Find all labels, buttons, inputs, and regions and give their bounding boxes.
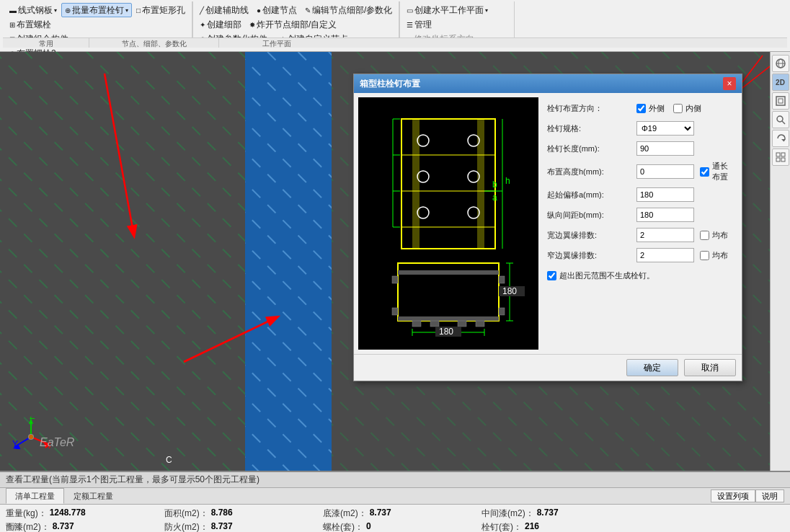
svg-rect-68 (776, 97, 785, 105)
btn-set-columns[interactable]: 设置列项 (711, 489, 755, 502)
form-row-length: 栓钉长度(mm): (547, 141, 734, 156)
tb-create-workplane[interactable]: ▭ 创建水平工作平面 ▾ (403, 3, 492, 17)
dialog-close-button[interactable]: × (723, 77, 736, 90)
svg-rect-47 (392, 308, 398, 315)
label-height: 布置高度h(mm): (547, 167, 634, 177)
svg-rect-49 (499, 308, 505, 315)
dialog-cancel-button[interactable]: 取消 (684, 359, 736, 376)
input-narrow-rows[interactable] (636, 248, 694, 262)
label-spacing-b: 纵向间距b(mm): (547, 210, 634, 221)
checkbox-full-length[interactable] (700, 167, 709, 177)
tb-create-detail[interactable]: ✦ 创建细部 (196, 17, 245, 32)
select-spec[interactable]: Φ19 Φ16 Φ22 (636, 121, 694, 136)
sidebar-icon-2d[interactable]: 2D (772, 74, 789, 91)
label-uniform-wide: 均布 (712, 230, 728, 241)
canvas-container[interactable]: Z Y X C EaTeR 箱型柱栓钉布置 × (0, 52, 770, 471)
toolbar-group-node-btns: ╱ 创建辅助线 ● 创建节点 ✎ 编辑节点细部/参数化 (196, 3, 396, 17)
sidebar-icon-rotate[interactable] (772, 130, 789, 147)
group-label-1: 常用 (3, 38, 89, 48)
bottom-data: 重量(kg)： 1248.778 面积(m2)： 8.786 底漆(m2)： 8… (0, 505, 790, 532)
sidebar-icon-zoom[interactable] (772, 111, 789, 128)
right-sidebar: 2D (770, 52, 790, 471)
frame-icon (776, 96, 786, 106)
input-height[interactable] (636, 164, 694, 179)
svg-text:Z: Z (30, 417, 35, 421)
sidebar-icon-grid[interactable] (772, 148, 789, 166)
tb-aux-line[interactable]: ╱ 创建辅助线 (196, 3, 252, 17)
checkbox-exceed[interactable] (547, 271, 556, 280)
tab-bill-qty[interactable]: 清单工程量 (6, 488, 64, 504)
preview-svg: h b a 180 (358, 97, 538, 350)
label-direction: 栓钉布置方向： (547, 103, 634, 114)
label-primer: 底漆(m2)： (323, 507, 367, 520)
svg-rect-3 (245, 52, 332, 471)
data-cell-bolts: 螺栓(套)： 0 (323, 520, 481, 532)
label-exceed: 超出图元范围不生成栓钉。 (559, 270, 654, 281)
checkbox-outside[interactable] (636, 104, 646, 113)
tb-manage[interactable]: ☰ 管理 (403, 17, 435, 32)
data-cell-mid-coat: 中间漆(m2)： 8.737 (481, 507, 640, 520)
tb-btn-lineboard[interactable]: ▬ 线式钢板 ▾ (6, 3, 61, 17)
zoom-icon (776, 115, 786, 125)
tb-explode-node[interactable]: ✸ 炸开节点细部/自定义 (246, 17, 340, 32)
svg-text:a: a (492, 192, 497, 203)
checkbox-inside[interactable] (673, 104, 683, 113)
toolbar: ▬ 线式钢板 ▾ ⊕ 批量布置栓钉 ▾ □ 布置矩形孔 ⊞ 布置螺栓 (0, 0, 790, 52)
label-length: 栓钉长度(mm): (547, 143, 634, 154)
checkbox-uniform-narrow[interactable] (700, 251, 709, 260)
sidebar-icon-frame[interactable] (772, 92, 789, 110)
input-length[interactable] (636, 141, 694, 156)
label-fireproof: 防火(m2)： (164, 521, 208, 532)
svg-point-33 (468, 207, 479, 218)
svg-rect-43 (430, 321, 439, 327)
toolbar-group-node: ╱ 创建辅助线 ● 创建节点 ✎ 编辑节点细部/参数化 ✦ 创建细部 (192, 1, 399, 37)
svg-rect-69 (778, 99, 783, 103)
input-wide-rows[interactable] (636, 228, 694, 242)
svg-rect-42 (412, 321, 421, 327)
input-offset-a[interactable] (636, 187, 694, 202)
btn-explain[interactable]: 说明 (755, 489, 784, 502)
tab-quota-qty[interactable]: 定额工程量 (64, 488, 123, 504)
tb-btn-rect-hole[interactable]: □ 布置矩形孔 (133, 3, 189, 17)
data-cell-studs: 栓钉(套)： 216 (481, 520, 640, 532)
label-bolts: 螺栓(套)： (323, 521, 363, 532)
form-row-offset-a: 起始偏移a(mm): (547, 187, 734, 203)
svg-point-28 (417, 135, 429, 146)
sidebar-icon-3d[interactable] (772, 55, 789, 72)
form-row-direction: 栓钉布置方向： 外侧 内侧 (547, 100, 734, 116)
label-inside: 内侧 (685, 103, 701, 114)
bottom-info-text: 查看工程量(当前显示1个图元工程量，最多可显示50个图元工程量) (6, 474, 259, 484)
coord-c-label: C (166, 455, 172, 465)
blue-strip-pattern (245, 52, 332, 471)
data-cell-fireproof: 防火(m2)： 8.737 (164, 520, 323, 532)
tb-edit-node[interactable]: ✎ 编辑节点细部/参数化 (301, 3, 396, 17)
dialog-confirm-button[interactable]: 确定 (626, 359, 678, 376)
label-wide-rows: 宽边翼缘排数: (547, 230, 634, 241)
form-row-spec: 栓钉规格: Φ19 Φ16 Φ22 (547, 120, 734, 136)
toolbar-group-node-btns2: ✦ 创建细部 ✸ 炸开节点细部/自定义 (196, 17, 396, 32)
tb-btn-bolt-place[interactable]: ⊕ 批量布置栓钉 ▾ (61, 3, 132, 17)
label-studs: 栓钉(套)： (481, 521, 522, 532)
svg-rect-46 (392, 276, 398, 283)
watermark: EaTeR (40, 436, 74, 449)
data-cell-primer: 底漆(m2)： 8.737 (323, 507, 481, 520)
form-row-spacing-b: 纵向间距b(mm): (547, 207, 734, 223)
tb-btn-create-attr[interactable]: ⊞ 布置螺栓 (6, 17, 189, 32)
dialog-titlebar: 箱型柱栓钉布置 × (354, 74, 742, 93)
value-fireproof: 8.737 (211, 521, 233, 532)
checkbox-uniform-wide[interactable] (700, 231, 709, 240)
value-studs: 216 (525, 521, 539, 532)
svg-rect-75 (776, 158, 780, 161)
svg-text:180: 180 (502, 286, 517, 296)
svg-text:Y: Y (12, 439, 18, 449)
svg-point-32 (468, 171, 479, 182)
input-spacing-b[interactable] (636, 208, 694, 222)
label-spec: 栓钉规格: (547, 123, 634, 134)
form-row-height: 布置高度h(mm): 通长布置 (547, 161, 734, 182)
svg-rect-76 (781, 158, 785, 161)
svg-rect-48 (499, 276, 505, 283)
tb-create-node[interactable]: ● 创建节点 (253, 3, 301, 17)
toolbar-group-workplane: ▭ 创建水平工作平面 ▾ ☰ 管理 ↗ 修改坐标系方向 (399, 1, 515, 37)
form-row-narrow-rows: 窄边翼缘排数: 均布 (547, 247, 734, 263)
label-weight: 重量(kg)： (6, 507, 47, 520)
